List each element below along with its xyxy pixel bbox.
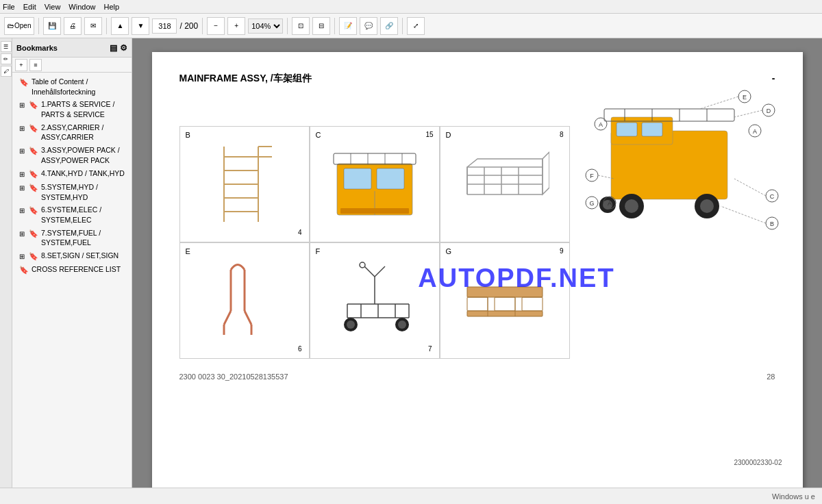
- text-tool-button[interactable]: 📝: [339, 17, 357, 35]
- set-sign-icon: 🔖: [29, 251, 38, 262]
- sidebar-item-carrier[interactable]: ⊞ 🔖 2.ASSY,CARRIER / ASSY,CARRIER: [12, 121, 132, 144]
- zoom-out-button[interactable]: −: [207, 17, 225, 35]
- left-tool-1[interactable]: ☰: [1, 41, 12, 52]
- cell-E-num: 6: [298, 345, 302, 353]
- svg-text:A: A: [607, 200, 611, 207]
- svg-line-35: [721, 206, 766, 223]
- cell-D: D: [440, 126, 570, 242]
- menu-window[interactable]: Window: [68, 3, 95, 11]
- windows-label: Windows u e: [772, 492, 815, 501]
- parts-toggle[interactable]: ⊞: [19, 101, 26, 110]
- sidebar-settings-icon[interactable]: ⚙: [120, 43, 127, 53]
- print-button[interactable]: 🖨: [64, 17, 82, 35]
- sidebar-header-icons: ▤ ⚙: [110, 43, 127, 53]
- parts-icon: 🔖: [29, 100, 38, 110]
- svg-text:F: F: [590, 173, 594, 179]
- page-number-input[interactable]: 318: [152, 18, 177, 34]
- page-footer: 2300 0023 30_20210528135537 28: [179, 373, 775, 381]
- left-panel: ☰ ✏ 🖊: [0, 38, 12, 488]
- sidebar-item-cross-ref[interactable]: 🔖 CROSS REFERENCE LIST: [12, 263, 132, 277]
- open-button[interactable]: 🗁 Open: [4, 17, 34, 35]
- left-tool-2[interactable]: ✏: [1, 53, 12, 64]
- svg-line-66: [245, 311, 251, 325]
- power-icon: 🔖: [29, 146, 38, 156]
- cell-B-num: 4: [298, 229, 302, 236]
- sidebar-item-tank[interactable]: ⊞ 🔖 4.TANK,HYD / TANK,HYD: [12, 167, 132, 181]
- main-diagram: D A C B E F G A A: [570, 90, 782, 240]
- sidebar-item-parts[interactable]: ⊞ 🔖 1.PARTS & SERVICE / PARTS & SERVICE: [12, 98, 132, 121]
- sidebar-item-sys-fuel[interactable]: ⊞ 🔖 7.SYSTEM,FUEL / SYSTEM,FUEL: [12, 227, 132, 249]
- sidebar-content[interactable]: 🔖 Table of Content / Innehållsfortecknin…: [12, 73, 132, 488]
- cross-ref-label: CROSS REFERENCE LIST: [32, 264, 126, 275]
- tank-toggle[interactable]: ⊞: [19, 170, 26, 179]
- fit-page-button[interactable]: ⊡: [292, 17, 310, 35]
- cell-D-num: 8: [560, 131, 564, 138]
- svg-rect-56: [340, 208, 409, 214]
- menu-file[interactable]: File: [3, 3, 15, 11]
- svg-line-34: [734, 179, 766, 196]
- carrier-toggle[interactable]: ⊞: [19, 124, 26, 134]
- sys-elec-label: 6.SYSTEM,ELEC / SYSTEM,ELEC: [41, 205, 126, 225]
- sys-elec-toggle[interactable]: ⊞: [19, 206, 26, 216]
- cell-D-label: D: [446, 131, 451, 139]
- svg-text:G: G: [589, 200, 594, 207]
- svg-point-80: [398, 320, 406, 329]
- sidebar-item-sys-hyd[interactable]: ⊞ 🔖 5.SYSTEM,HYD / SYSTEM,HYD: [12, 181, 132, 203]
- menu-help[interactable]: Help: [103, 3, 119, 11]
- sys-hyd-label: 5.SYSTEM,HYD / SYSTEM,HYD: [41, 182, 126, 202]
- page-area[interactable]: AUTOPDF.NET MAINFRAME ASSY, /车架组件 -: [132, 38, 822, 488]
- svg-rect-50: [334, 153, 416, 164]
- left-tool-3[interactable]: 🖊: [1, 66, 12, 77]
- prev-page-button[interactable]: ▲: [111, 17, 129, 35]
- cell-G-num: 9: [560, 247, 564, 255]
- email-button[interactable]: ✉: [84, 17, 102, 35]
- sidebar-item-power[interactable]: ⊞ 🔖 3.ASSY,POWER PACK / ASSY,POWER PACK: [12, 144, 132, 166]
- svg-point-12: [700, 199, 714, 213]
- power-toggle[interactable]: ⊞: [19, 147, 26, 156]
- page-separator: / 200: [179, 21, 198, 31]
- sidebar-toolbar: + ≡: [12, 58, 132, 73]
- svg-text:A: A: [598, 121, 602, 128]
- svg-rect-49: [377, 168, 404, 189]
- cell-F-num: 7: [428, 345, 432, 353]
- svg-rect-2: [616, 123, 637, 136]
- expand-button[interactable]: ⤢: [407, 17, 425, 35]
- cross-ref-icon: 🔖: [19, 265, 29, 275]
- svg-rect-48: [344, 168, 371, 189]
- fit-width-button[interactable]: ⊟: [312, 17, 330, 35]
- menu-edit[interactable]: Edit: [23, 3, 36, 11]
- sidebar-expand-icon[interactable]: ▤: [110, 43, 117, 53]
- svg-rect-84: [467, 287, 543, 297]
- cell-F: F: [310, 242, 440, 359]
- tank-label: 4.TANK,HYD / TANK,HYD: [41, 168, 126, 179]
- svg-rect-86: [495, 297, 515, 311]
- sys-hyd-toggle[interactable]: ⊞: [19, 184, 26, 193]
- parts-label: 1.PARTS & SERVICE / PARTS & SERVICE: [41, 99, 126, 119]
- zoom-select[interactable]: 104% 75% 100% 125% 150%: [248, 18, 283, 34]
- svg-rect-88: [467, 311, 543, 316]
- annotation-button[interactable]: 💬: [360, 17, 377, 35]
- sidebar-add-button[interactable]: +: [15, 59, 27, 71]
- save-button[interactable]: 💾: [43, 17, 61, 35]
- status-bar: Windows u e: [0, 488, 822, 504]
- svg-point-78: [347, 320, 355, 329]
- sidebar-item-sys-elec[interactable]: ⊞ 🔖 6.SYSTEM,ELEC / SYSTEM,ELEC: [12, 203, 132, 226]
- sys-fuel-toggle[interactable]: ⊞: [19, 229, 26, 239]
- sidebar-options-button[interactable]: ≡: [29, 59, 42, 71]
- cell-C-label: C: [316, 131, 321, 139]
- cell-E-label: E: [186, 247, 190, 255]
- diagram-code: 2300002330-02: [734, 459, 782, 466]
- menubar: File Edit View Window Help: [0, 0, 822, 14]
- zoom-in-button[interactable]: +: [227, 17, 245, 35]
- page-title-text: MAINFRAME ASSY, /车架组件: [179, 73, 312, 85]
- link-button[interactable]: 🔗: [380, 17, 398, 35]
- menu-view[interactable]: View: [45, 3, 61, 11]
- sidebar-title: Bookmarks: [16, 44, 58, 52]
- cell-G-label: G: [446, 247, 452, 255]
- carrier-label: 2.ASSY,CARRIER / ASSY,CARRIER: [41, 123, 126, 142]
- set-sign-toggle[interactable]: ⊞: [19, 252, 26, 262]
- svg-line-83: [375, 266, 385, 277]
- sidebar-item-set-sign[interactable]: ⊞ 🔖 8.SET,SIGN / SET,SIGN: [12, 249, 132, 263]
- sidebar-item-toc[interactable]: 🔖 Table of Content / Innehållsfortecknin…: [12, 75, 132, 98]
- next-page-button[interactable]: ▼: [132, 17, 149, 35]
